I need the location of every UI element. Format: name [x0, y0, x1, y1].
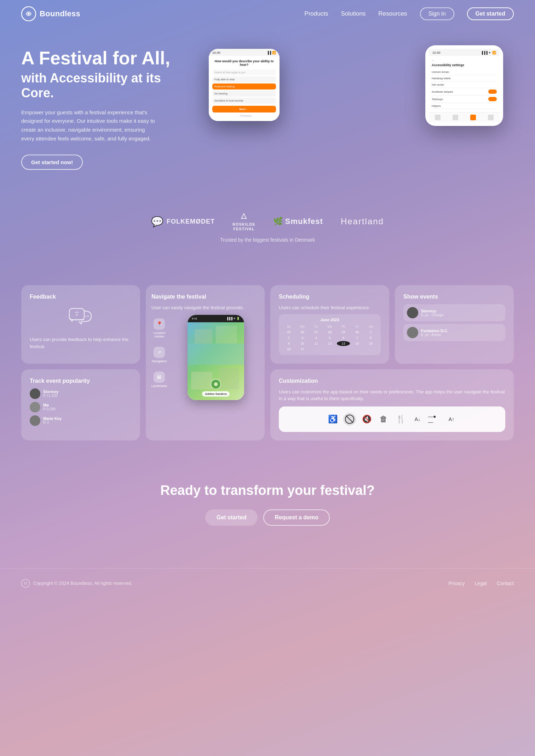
- calendar-month: June 2023: [282, 318, 377, 322]
- fontaines-avatar: [407, 327, 418, 338]
- roskilde-triangle: △: [241, 212, 247, 219]
- cta-demo-button[interactable]: Request a demo: [263, 509, 330, 526]
- cta-title: Ready to transform your festival?: [21, 483, 514, 498]
- brand-name: Boundless: [40, 9, 80, 18]
- map-label: Jubilee Gardens: [202, 391, 230, 397]
- svg-point-13: [22, 579, 30, 587]
- footer-contact[interactable]: Contact: [497, 581, 514, 586]
- custom-icon-slider: —●—: [428, 413, 441, 426]
- svg-point-10: [214, 382, 218, 386]
- popularity-list: Stormzy R 11,630 Mø R 9,380 Marie Key: [30, 388, 132, 426]
- heartland-logo: Heartland: [341, 217, 384, 226]
- footer-legal[interactable]: Legal: [474, 581, 487, 586]
- customization-title: Customization: [279, 378, 505, 384]
- roskilde-logo: △ ROSKILDEFESTIVAL: [232, 212, 255, 231]
- smukfest-logo: 🌿 Smukfest: [273, 217, 323, 226]
- navbar: Boundless Products Solutions Resources S…: [0, 0, 535, 28]
- fontaines-name: Fontaines D.C.: [421, 329, 448, 333]
- scheduling-title: Scheduling: [279, 294, 381, 300]
- phone-option-1: Fully able to hear: [212, 76, 276, 82]
- phone-row-3: Sunflower lanyard: [432, 88, 497, 96]
- phone-fg-status: 10:30 ▐▐ 📶: [209, 49, 280, 56]
- hero-phones: 10:30 ▐▐▐ ✦ 📶 ← Accessibility settings U…: [198, 42, 514, 176]
- folkemodet-logo: 💬 FOLKEMØDET: [151, 216, 215, 227]
- navigate-card: Navigate the festival User can easily na…: [146, 285, 265, 440]
- phone-row-5: Helpers: [432, 103, 497, 109]
- cta-getstarted-button[interactable]: Get started: [205, 509, 258, 526]
- folkemodet-icon: 💬: [151, 216, 164, 227]
- nav-products[interactable]: Products: [304, 10, 328, 17]
- map-phone: 9:41 ▐▐▐ ✦ 🔋: [188, 315, 244, 400]
- pop-item-mo: Mø R 9,380: [30, 402, 132, 412]
- phone-nav-dot-2: [453, 115, 458, 120]
- svg-rect-8: [219, 368, 239, 389]
- cta-buttons: Get started Request a demo: [21, 509, 514, 526]
- phone-prev-label: ← Previous: [212, 114, 276, 117]
- stormzy-meta: 6. jul · Orange: [421, 313, 443, 317]
- nav-links: Products Solutions Resources Sign in Get…: [304, 7, 514, 20]
- location-marker-icon: 📍: [154, 318, 165, 330]
- phone-row-2: Info center: [432, 82, 497, 88]
- customization-icons-row: ♿ 🔇 🗑 🍴 A↓ —●— A↑: [279, 406, 505, 432]
- calendar-preview: June 2023 Su Mo Tu We Th Fr Sa 25 26 27 …: [279, 314, 381, 355]
- customization-desc: Users can customize the app based on the…: [279, 388, 505, 402]
- event-item-stormzy: Stormzy 6. jul · Orange: [403, 304, 505, 321]
- pop-name-marie: Marie Key: [43, 416, 62, 421]
- custom-icon-accessibility: ♿: [326, 413, 339, 426]
- footer-copyright: Copyright © 2024 Boundless. All rights r…: [33, 581, 132, 586]
- hero-description: Empower your guests with a festival expe…: [21, 108, 156, 143]
- nav-landmarks: 🏛 Landmarks: [151, 371, 167, 388]
- smukfest-name: Smukfest: [285, 217, 323, 226]
- pop-avatar-mo: [30, 402, 40, 412]
- phone-accessibility-title: Accessibility settings: [432, 63, 497, 67]
- custom-icon-vision: [343, 413, 356, 426]
- hero-cta-button[interactable]: Get started now!: [21, 155, 83, 170]
- location-marker-label: Location marker: [153, 331, 165, 338]
- nav-solutions[interactable]: Solutions: [341, 10, 366, 17]
- nav-resources[interactable]: Resources: [378, 10, 407, 17]
- show-events-title: Show events: [403, 294, 505, 300]
- logo[interactable]: Boundless: [21, 6, 80, 21]
- feedback-title: Feedback: [30, 294, 132, 300]
- scheduling-desc: Users can schedule their festival experi…: [279, 304, 381, 311]
- phone-nav-dot-3: [470, 115, 476, 120]
- feedback-icon: [67, 306, 95, 330]
- phone-toggle-teleloops: [488, 97, 497, 101]
- nav-getstarted-button[interactable]: Get started: [467, 7, 514, 20]
- pop-name-stormzy: Stormzy: [43, 389, 58, 394]
- svg-rect-6: [216, 326, 237, 344]
- navigate-sidebar: 📍 Location marker ↗ Navigation 🏛 Landmar…: [151, 318, 167, 388]
- custom-icon-text-increase: A↑: [445, 413, 458, 426]
- landmarks-label: Landmarks: [151, 384, 167, 388]
- phone-nav-bar: [429, 112, 500, 122]
- trust-section: 💬 FOLKEMØDET △ ROSKILDEFESTIVAL 🌿 Smukfe…: [0, 197, 535, 250]
- footer-right: Privacy Legal Contact: [449, 581, 514, 586]
- pop-info-mo: Mø R 9,380: [43, 403, 56, 411]
- pop-avatar-marie: [30, 415, 40, 426]
- footer-logo-icon: [21, 579, 30, 588]
- roskilde-name: ROSKILDEFESTIVAL: [232, 222, 255, 231]
- phone-screen-left: ← Accessibility settings Uneven terrain …: [429, 56, 500, 112]
- pop-info-stormzy: Stormzy R 11,630: [43, 389, 58, 398]
- navigation-label: Navigation: [152, 359, 167, 363]
- features-grid: Feedback Users can provide feedback to h…: [21, 285, 514, 440]
- phone-accessibility-settings: 10:30 ▐▐▐ ✦ 📶 ← Accessibility settings U…: [425, 45, 503, 126]
- custom-icon-text-decrease: A↓: [411, 413, 424, 426]
- nav-location-marker: 📍 Location marker: [151, 318, 167, 338]
- pop-count-marie: R 3: [43, 421, 62, 425]
- footer-privacy[interactable]: Privacy: [449, 581, 465, 586]
- cta-section: Ready to transform your festival? Get st…: [0, 455, 535, 547]
- smukfest-icon: 🌿: [273, 217, 283, 226]
- track-title: Track event popularity: [30, 378, 132, 384]
- signin-button[interactable]: Sign in: [420, 7, 454, 20]
- custom-icon-food: 🍴: [394, 413, 407, 426]
- fontaines-meta: 6. jul · Arena: [421, 333, 448, 337]
- pop-count-mo: R 9,380: [43, 407, 56, 411]
- phone-time: 10:30: [432, 51, 441, 54]
- custom-icon-hearing: 🔇: [360, 413, 373, 426]
- phone-status-bar: 10:30 ▐▐▐ ✦ 📶: [429, 49, 500, 56]
- navigate-phone-container: 📍 Location marker ↗ Navigation 🏛 Landmar…: [151, 315, 259, 432]
- hero-content: A Festival for All, with Accessibility a…: [21, 48, 184, 169]
- features-section: Feedback Users can provide feedback to h…: [0, 264, 535, 455]
- feedback-desc: Users can provide feedback to help enhan…: [30, 336, 132, 350]
